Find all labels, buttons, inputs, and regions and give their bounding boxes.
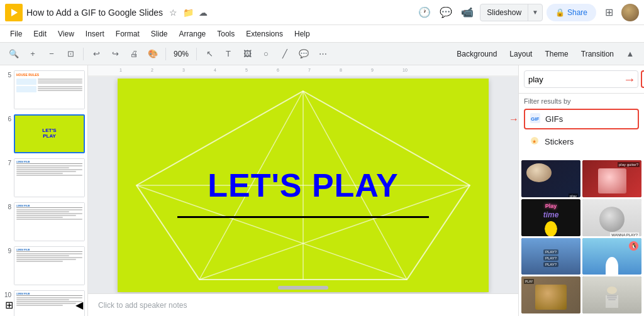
avatar-image: [621, 4, 639, 21]
view-btn[interactable]: ⊡: [62, 45, 79, 63]
slide-thumb-7[interactable]: LOREM IPSUM: [14, 158, 85, 197]
house-rules-thumb: HOUSE RULES: [14, 71, 84, 109]
filter-btn-container: →: [641, 70, 644, 88]
gif-item-5[interactable]: PLAY? PLAY? PLAY?: [521, 238, 580, 275]
layout-btn[interactable]: Layout: [504, 48, 537, 60]
grid-view-icon[interactable]: ⊞: [5, 299, 13, 311]
star-icon[interactable]: ☆: [167, 6, 179, 19]
slide-item-7[interactable]: 7 LOREM IPSUM: [3, 158, 85, 197]
slide-6-text: LET'SPLAY: [42, 128, 56, 139]
menu-arrange[interactable]: Arrange: [174, 27, 211, 41]
slide-item-9[interactable]: 9 LOREM IPSUM: [3, 246, 85, 285]
slide-number-8: 8: [3, 202, 11, 210]
app-title: How to Add a GIF to Google Slides: [26, 8, 163, 18]
svg-text:4: 4: [214, 68, 216, 72]
filter-button[interactable]: [641, 70, 644, 88]
svg-text:6: 6: [277, 68, 279, 72]
zoom-out-btn[interactable]: −: [43, 45, 60, 63]
transition-btn[interactable]: Transition: [576, 48, 619, 60]
speaker-notes-bar[interactable]: Click to add speaker notes: [88, 293, 518, 316]
main-layout: 5 HOUSE RULES: [0, 65, 644, 316]
menu-file[interactable]: File: [5, 27, 27, 41]
background-btn[interactable]: Background: [452, 48, 502, 60]
theme-btn[interactable]: Theme: [540, 48, 573, 60]
svg-text:★: ★: [532, 139, 536, 144]
top-bar-right: 🕐 💬 📹 Slideshow ▼ 🔒 Share ⊞: [416, 4, 639, 21]
search-tool-btn[interactable]: 🔍: [5, 45, 23, 63]
menu-edit[interactable]: Edit: [28, 27, 52, 41]
slide-8-preview: LOREM IPSUM: [14, 203, 84, 241]
slide-thumb-5[interactable]: HOUSE RULES: [14, 70, 85, 109]
image-btn[interactable]: 🖼: [238, 45, 256, 63]
canvas-scroll[interactable]: LET'S PLAY: [88, 77, 518, 293]
slideshow-button[interactable]: Slideshow ▼: [480, 4, 543, 21]
menu-bar: File Edit View Insert Format Slide Arran…: [0, 25, 644, 43]
slide-item-5[interactable]: 5 HOUSE RULES: [3, 70, 85, 109]
comments-icon[interactable]: 💬: [437, 4, 455, 21]
menu-slide[interactable]: Slide: [146, 27, 173, 41]
avatar[interactable]: [621, 4, 639, 21]
grid-icon[interactable]: ⊞: [600, 4, 618, 21]
app-icon: [5, 4, 23, 21]
slide-canvas[interactable]: LET'S PLAY: [118, 79, 489, 292]
stickers-filter-option[interactable]: ★ Stickers: [524, 132, 639, 151]
panel-collapse-icon[interactable]: ◀: [75, 299, 83, 311]
print-btn[interactable]: 🖨: [125, 45, 143, 63]
slide-item-8[interactable]: 8 LOREM IPSUM: [3, 202, 85, 241]
video-icon[interactable]: 📹: [458, 4, 476, 21]
speaker-notes-placeholder[interactable]: Click to add speaker notes: [98, 301, 187, 310]
gifs-label: GIFs: [545, 114, 563, 124]
zoom-in-btn[interactable]: +: [24, 45, 42, 63]
sticker-icon: ★: [530, 136, 540, 148]
menu-format[interactable]: Format: [111, 27, 145, 41]
cursor-btn[interactable]: ↖: [201, 45, 218, 63]
history-icon[interactable]: 🕐: [416, 4, 433, 21]
undo-btn[interactable]: ↩: [87, 45, 105, 63]
search-bar: → ×: [519, 65, 644, 94]
search-input-wrap[interactable]: [524, 70, 638, 88]
paint-format-btn[interactable]: 🎨: [144, 45, 162, 63]
svg-text:GIF: GIF: [531, 116, 539, 122]
gif-item-3[interactable]: Play time: [521, 199, 580, 236]
house-rules-title-thumb: HOUSE RULES: [16, 73, 82, 77]
arrow-to-gifs: →: [509, 114, 519, 125]
slide-item-6[interactable]: 6 LET'SPLAY: [3, 114, 85, 153]
search-input[interactable]: [528, 75, 634, 84]
scroll-indicator[interactable]: [278, 286, 328, 290]
menu-view[interactable]: View: [53, 27, 79, 41]
collapse-btn[interactable]: ▲: [621, 45, 639, 63]
slide-thumb-8[interactable]: LOREM IPSUM: [14, 202, 85, 241]
slide-thumb-9[interactable]: LOREM IPSUM: [14, 246, 85, 285]
gif-item-7[interactable]: PLAY: [521, 276, 580, 313]
menu-tools[interactable]: Tools: [212, 27, 240, 41]
cloud-icon[interactable]: ☁: [197, 6, 209, 19]
gifs-filter-option[interactable]: GIF GIFs: [524, 109, 639, 129]
text-btn[interactable]: T: [219, 45, 237, 63]
folder-icon[interactable]: 📁: [182, 6, 194, 19]
slide-thumb-6[interactable]: LET'SPLAY: [14, 114, 85, 153]
zoom-level: 90%: [170, 50, 192, 58]
menu-insert[interactable]: Insert: [80, 27, 109, 41]
line-btn[interactable]: ╱: [276, 45, 294, 63]
more-btn[interactable]: ⋯: [314, 45, 331, 63]
separator-2: [165, 48, 166, 60]
share-button[interactable]: 🔒 Share: [547, 4, 596, 21]
panel-bottom-nav: ⊞ ◀: [0, 299, 88, 311]
gif-item-4[interactable]: WANNA PLAY?: [582, 199, 641, 236]
menu-help[interactable]: Help: [289, 27, 315, 41]
slide-6-preview: LET'SPLAY: [15, 116, 84, 152]
share-label: Share: [567, 8, 587, 17]
gif-item-8[interactable]: [582, 276, 641, 313]
slide-number-6: 6: [3, 114, 11, 123]
redo-btn[interactable]: ↪: [106, 45, 124, 63]
slideshow-arrow-icon[interactable]: ▼: [528, 9, 542, 16]
shape-btn[interactable]: ○: [257, 45, 275, 63]
comment-btn[interactable]: 💬: [295, 45, 313, 63]
svg-text:9: 9: [371, 68, 374, 72]
gif-item-1[interactable]: play: [521, 160, 580, 197]
gif-item-2[interactable]: play guitar?: [582, 160, 641, 197]
menu-extensions[interactable]: Extensions: [241, 27, 288, 41]
top-bar-left: How to Add a GIF to Google Slides ☆ 📁 ☁: [5, 4, 412, 21]
gif-item-6[interactable]: 🐧: [582, 238, 641, 275]
gifs-option-wrap: → GIF GIFs: [524, 109, 639, 129]
